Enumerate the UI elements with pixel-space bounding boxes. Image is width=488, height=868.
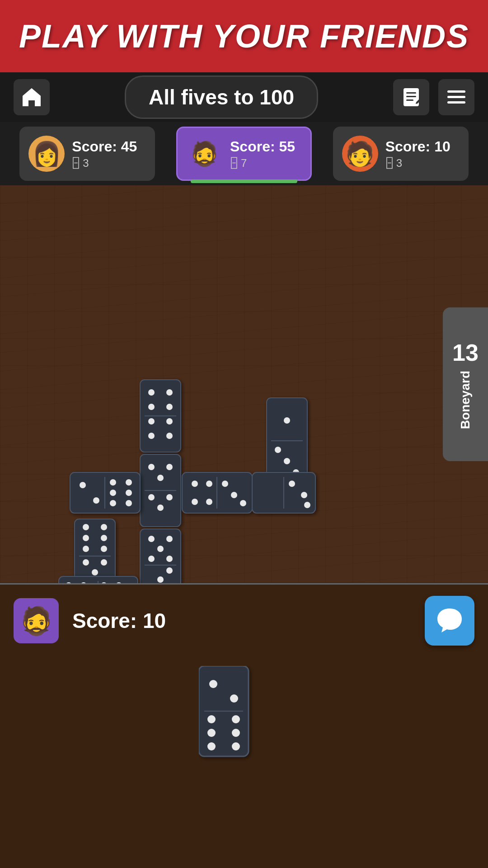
svg-rect-4	[447, 90, 465, 93]
svg-point-23	[157, 505, 164, 511]
svg-point-55	[126, 500, 132, 506]
svg-point-42	[284, 417, 290, 424]
player-tiles-1: 🁣 3	[72, 157, 137, 170]
svg-point-52	[110, 490, 116, 496]
svg-point-28	[166, 536, 173, 542]
svg-point-33	[157, 576, 164, 583]
player-avatar-3: 🧑	[342, 136, 378, 172]
bottom-player-info: 🧔 Score: 10	[0, 585, 488, 657]
bottom-area: 🧔 Score: 10	[0, 583, 488, 868]
svg-point-58	[192, 481, 198, 487]
domino-board-svg	[0, 185, 380, 583]
svg-point-54	[110, 500, 116, 506]
svg-point-127	[207, 715, 216, 723]
bottom-avatar: 🧔	[14, 598, 59, 643]
svg-point-14	[166, 418, 173, 425]
svg-point-13	[148, 418, 155, 425]
svg-point-128	[232, 715, 240, 723]
svg-point-22	[148, 494, 155, 500]
player-hand	[0, 657, 488, 765]
domino-tile[interactable]	[140, 529, 181, 583]
svg-point-27	[148, 536, 155, 542]
svg-point-49	[93, 497, 99, 504]
player-tiles-3: 🁣 3	[385, 157, 450, 170]
svg-point-21	[166, 464, 173, 470]
player-avatar-1: 👩	[28, 136, 65, 172]
svg-point-50	[110, 479, 116, 486]
menu-button[interactable]	[438, 79, 474, 115]
domino-tile[interactable]	[140, 380, 181, 452]
player-card-2: 🧔 Score: 55 🁣 7	[176, 127, 312, 181]
player-info-3: Score: 10 🁣 3	[385, 138, 450, 170]
svg-point-60	[192, 499, 198, 505]
svg-point-67	[289, 481, 295, 487]
svg-point-69	[304, 502, 310, 508]
svg-point-73	[101, 524, 107, 530]
svg-point-72	[83, 524, 89, 530]
svg-point-15	[148, 433, 155, 439]
home-button[interactable]	[14, 79, 50, 115]
player-card-1: 👩 Score: 45 🁣 3	[19, 127, 155, 181]
svg-point-126	[230, 694, 238, 703]
player-tiles-2: 🁣 7	[230, 157, 295, 170]
domino-tile[interactable]	[140, 454, 181, 527]
player-avatar-2: 🧔	[187, 136, 223, 172]
player-card-3: 🧑 Score: 10 🁣 3	[333, 127, 469, 181]
svg-rect-1	[406, 92, 416, 94]
svg-point-78	[83, 559, 89, 566]
svg-rect-5	[447, 96, 465, 98]
svg-point-129	[207, 729, 216, 737]
svg-point-130	[232, 729, 240, 737]
bottom-score: Score: 10	[72, 609, 166, 633]
svg-point-64	[240, 500, 246, 506]
svg-point-74	[83, 535, 89, 541]
game-title-pill: All fives to 100	[125, 75, 318, 119]
svg-point-19	[148, 464, 155, 470]
svg-point-131	[207, 742, 216, 750]
svg-point-12	[166, 404, 173, 410]
svg-point-51	[126, 479, 132, 486]
svg-point-62	[222, 481, 228, 487]
header-banner: PLAY WITH YOUR FRIENDS	[0, 0, 488, 72]
svg-point-53	[126, 490, 132, 496]
svg-rect-25	[140, 529, 181, 583]
domino-tile[interactable]	[59, 576, 138, 583]
svg-point-16	[166, 433, 173, 439]
boneyard-label: Boneyard	[458, 371, 473, 429]
boneyard-tab[interactable]: 13 Boneyard	[443, 307, 488, 461]
svg-point-30	[148, 556, 155, 562]
svg-point-9	[148, 389, 155, 396]
domino-icon-2: 🁣	[230, 157, 238, 169]
svg-point-48	[80, 482, 86, 488]
scores-area: 👩 Score: 45 🁣 3 🧔 Score: 55 🁣 7 🧑 Score:…	[0, 122, 488, 185]
svg-rect-2	[406, 96, 416, 97]
svg-point-10	[166, 389, 173, 396]
domino-tile[interactable]	[182, 472, 252, 513]
svg-point-80	[92, 569, 98, 576]
svg-point-59	[206, 481, 212, 487]
notes-button[interactable]	[393, 79, 429, 115]
svg-point-43	[275, 447, 281, 453]
domino-tile[interactable]	[252, 472, 315, 513]
svg-point-44	[284, 458, 290, 464]
domino-icon-3: 🁣	[385, 157, 394, 169]
domino-tile[interactable]	[70, 472, 140, 513]
svg-point-79	[101, 559, 107, 566]
svg-point-32	[166, 567, 173, 574]
toolbar-right	[393, 79, 474, 115]
player-info-2: Score: 55 🁣 7	[230, 138, 295, 170]
chat-button[interactable]	[425, 596, 474, 646]
header-title: PLAY WITH YOUR FRIENDS	[19, 18, 469, 55]
domino-tile[interactable]	[75, 519, 115, 583]
svg-point-29	[157, 546, 164, 552]
svg-point-76	[83, 546, 89, 552]
svg-point-68	[301, 492, 307, 498]
svg-point-11	[148, 404, 155, 410]
domino-tile[interactable]	[267, 398, 307, 484]
svg-point-77	[101, 546, 107, 552]
toolbar: All fives to 100	[0, 72, 488, 122]
hand-domino[interactable]	[199, 666, 289, 765]
svg-point-61	[206, 499, 212, 505]
svg-point-31	[166, 556, 173, 562]
player-score-2: Score: 55	[230, 138, 295, 155]
